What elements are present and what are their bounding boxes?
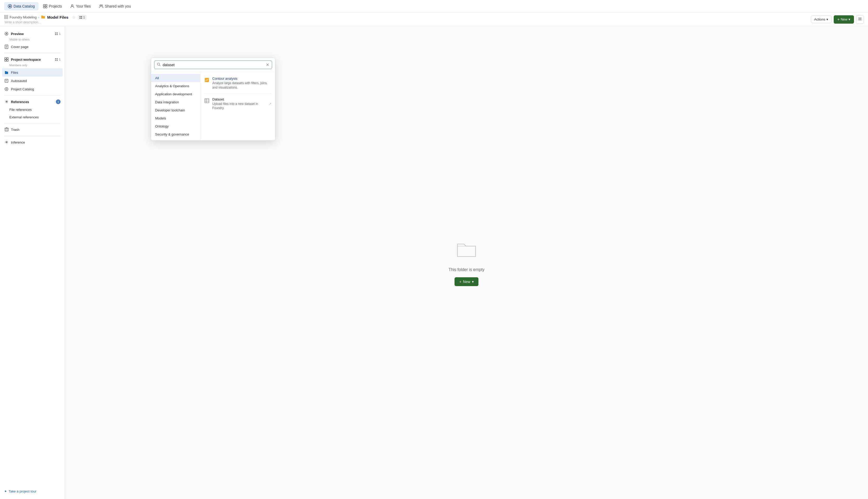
result-contour-analysis[interactable]: Contour analysis Analyze large datasets …: [200, 74, 275, 93]
svg-line-49: [159, 65, 160, 66]
svg-rect-24: [55, 34, 56, 35]
breadcrumb-parent[interactable]: Foundry Modeling: [10, 15, 37, 19]
files-label: Files: [11, 71, 18, 74]
sidebar-item-references[interactable]: ✳ References i: [0, 98, 65, 106]
breadcrumb-left: Foundry Modeling › Model Files ☆ 1 Write…: [4, 14, 86, 24]
inference-icon: ✳: [4, 140, 9, 145]
sidebar-item-files[interactable]: Files: [2, 68, 63, 76]
cat-dev-toolchain-label: Developer toolchain: [155, 108, 185, 112]
dataset-arrow-icon: ↗: [269, 102, 272, 106]
cat-security-label: Security & governance: [155, 132, 189, 136]
sidebar-item-trash[interactable]: Trash: [0, 125, 65, 134]
empty-state-label: This folder is empty: [449, 267, 485, 272]
catalog-icon: [4, 87, 9, 92]
dataset-desc: Upload files into a new dataset in Found…: [212, 102, 266, 111]
tab-projects[interactable]: Projects: [39, 2, 66, 10]
svg-rect-12: [7, 17, 8, 19]
sidebar-item-autosaved[interactable]: Autosaved: [0, 76, 65, 85]
preview-label: Preview: [11, 32, 24, 36]
cat-security[interactable]: Security & governance: [151, 130, 200, 138]
dataset-content: Dataset Upload files into a new dataset …: [212, 97, 266, 111]
trash-icon: [4, 127, 9, 132]
top-nav: Data Catalog Projects Your files Shared …: [0, 0, 868, 12]
dataset-title: Dataset: [212, 97, 266, 101]
tab-your-files[interactable]: Your files: [67, 2, 94, 10]
actions-button[interactable]: Actions ▾: [811, 15, 832, 23]
references-info-icon: i: [56, 99, 61, 104]
grid-badge: 1: [78, 15, 86, 20]
sidebar-item-cover-page[interactable]: Cover page: [0, 42, 65, 51]
breadcrumb-current: Model Files: [47, 15, 68, 20]
new-button[interactable]: + New ▾: [834, 15, 854, 24]
empty-folder-icon: [456, 240, 477, 262]
breadcrumb-icons: ☆ 1: [72, 15, 86, 20]
svg-rect-14: [81, 16, 82, 17]
catalog-label: Project Catalog: [11, 87, 34, 91]
tab-data-catalog[interactable]: Data Catalog: [4, 2, 38, 10]
svg-point-7: [100, 5, 101, 6]
cat-models[interactable]: Models: [151, 114, 200, 122]
sidebar-item-inference[interactable]: ✳ Inference: [0, 138, 65, 146]
svg-rect-25: [57, 34, 58, 35]
search-icon: [157, 63, 160, 67]
svg-point-21: [6, 33, 7, 35]
star-icon[interactable]: ☆: [72, 15, 76, 20]
svg-rect-9: [4, 15, 6, 16]
cat-models-label: Models: [155, 116, 166, 120]
svg-rect-31: [7, 58, 8, 59]
empty-new-button[interactable]: + New ▾: [454, 277, 478, 286]
trash-label: Trash: [11, 128, 20, 132]
new-label: New: [841, 17, 847, 21]
tab-projects-label: Projects: [49, 4, 62, 8]
shared-icon: [99, 4, 103, 8]
workspace-icon: [4, 57, 9, 62]
list-view-button[interactable]: [856, 15, 864, 24]
sidebar-item-file-references[interactable]: File references: [0, 106, 65, 113]
svg-rect-37: [57, 60, 58, 61]
breadcrumb-right: Actions ▾ + New ▾: [811, 15, 864, 24]
cat-data-integration-label: Data integration: [155, 100, 179, 104]
svg-rect-30: [5, 58, 6, 59]
cat-analytics[interactable]: Analytics & Operations: [151, 82, 200, 90]
sidebar-item-project-catalog[interactable]: Project Catalog: [0, 85, 65, 93]
cat-analytics-label: Analytics & Operations: [155, 84, 189, 88]
search-input-wrapper: ✕: [154, 61, 272, 69]
search-clear-icon[interactable]: ✕: [266, 62, 269, 67]
svg-rect-38: [5, 79, 8, 82]
sidebar-item-project-workspace[interactable]: Project workspace 1: [0, 55, 65, 64]
svg-rect-22: [55, 33, 56, 34]
content-area: This folder is empty + New ▾ ✕: [65, 26, 868, 499]
cat-dev-toolchain[interactable]: Developer toolchain: [151, 106, 200, 114]
preview-icon: [4, 32, 9, 36]
svg-point-1: [9, 5, 11, 7]
search-header: ✕: [151, 58, 275, 72]
tab-shared-with-you[interactable]: Shared with you: [95, 2, 134, 10]
empty-new-label: New: [463, 280, 471, 284]
workspace-label: Project workspace: [11, 58, 41, 62]
result-dataset[interactable]: Dataset Upload files into a new dataset …: [200, 95, 275, 113]
svg-rect-11: [4, 17, 6, 19]
cat-ontology[interactable]: Ontology: [151, 122, 200, 130]
cat-all[interactable]: All: [151, 74, 200, 82]
tour-sparkle-icon: ✦: [4, 489, 7, 493]
svg-rect-32: [5, 60, 6, 61]
take-tour-button[interactable]: ✦ Take a project tour: [4, 489, 61, 493]
cat-app-dev-label: Application development: [155, 92, 192, 96]
cat-app-dev[interactable]: Application development: [151, 90, 200, 98]
projects-icon: [43, 4, 47, 8]
tab-data-catalog-label: Data Catalog: [13, 4, 35, 8]
search-overlay: ✕ All Analytics & Operations Application…: [151, 58, 275, 141]
svg-rect-33: [7, 60, 8, 61]
sidebar-item-external-references[interactable]: External references: [0, 113, 65, 121]
svg-rect-5: [46, 7, 47, 8]
svg-rect-16: [81, 18, 82, 19]
svg-rect-34: [55, 58, 56, 59]
new-chevron-icon: ▾: [848, 17, 850, 21]
cat-all-label: All: [155, 76, 159, 80]
breadcrumb-path: Foundry Modeling › Model Files ☆ 1: [4, 14, 86, 20]
new-plus-icon: +: [837, 17, 840, 22]
preview-badge-count: 1: [59, 32, 61, 35]
sidebar-item-preview[interactable]: Preview 1: [0, 29, 65, 38]
cat-data-integration[interactable]: Data integration: [151, 98, 200, 106]
search-input[interactable]: [163, 63, 264, 67]
